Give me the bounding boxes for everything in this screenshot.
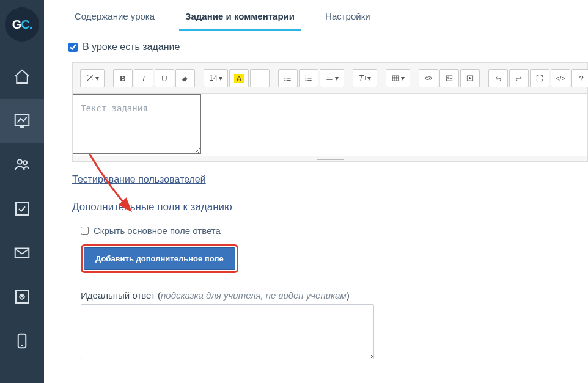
tb-fullscreen[interactable] (530, 69, 549, 87)
sidebar: GC. (0, 0, 44, 383)
tb-undo[interactable] (488, 69, 508, 87)
eraser-icon (181, 74, 189, 82)
svg-rect-3 (16, 203, 28, 215)
phone-icon (13, 332, 31, 350)
redo-icon (515, 74, 523, 82)
tabs: Содержание урока Задание и комментарии Н… (68, 0, 588, 31)
list-ol-icon (304, 74, 313, 82)
image-icon (445, 74, 454, 82)
table-icon (391, 74, 400, 82)
safe-icon (13, 288, 31, 306)
tb-code[interactable]: </> (551, 69, 570, 87)
svg-point-10 (285, 80, 285, 81)
tb-video[interactable] (460, 69, 480, 87)
tb-bold[interactable]: B (113, 69, 133, 87)
tab-content[interactable]: Содержание урока (68, 6, 161, 31)
tb-link[interactable] (419, 69, 438, 87)
nav-home[interactable] (0, 55, 44, 99)
editor-toolbar: ▾ B I U 14▾ A – ▾ (73, 63, 587, 94)
home-icon (13, 68, 31, 86)
tb-textstyle[interactable]: TI▾ (353, 69, 377, 87)
magic-icon (86, 74, 94, 82)
nav-safe[interactable] (0, 275, 44, 319)
logo-dot: . (29, 18, 32, 32)
ideal-answer-input[interactable] (81, 304, 374, 359)
mail-icon (13, 244, 31, 262)
expand-icon (535, 74, 544, 82)
check-square-icon (13, 200, 31, 218)
task-text-input[interactable] (73, 94, 201, 154)
tb-magic[interactable]: ▾ (80, 69, 105, 87)
tb-redo[interactable] (509, 69, 529, 87)
logo[interactable]: GC. (5, 7, 39, 42)
ideal-answer-label: Идеальный ответ (подсказка для учителя, … (81, 290, 588, 301)
tb-highlight[interactable]: A (229, 69, 249, 87)
tb-fontsize[interactable]: 14▾ (204, 69, 228, 87)
svg-point-2 (23, 161, 27, 164)
tb-underline[interactable]: U (155, 69, 174, 87)
tb-align[interactable]: ▾ (320, 69, 344, 87)
tb-clear[interactable]: – (250, 69, 270, 87)
main-content: Содержание урока Задание и комментарии Н… (44, 0, 588, 383)
has-task-checkbox[interactable] (68, 43, 78, 52)
extra-fields-panel: Скрыть основное поле ответа Добавить доп… (81, 225, 588, 361)
nav-users[interactable] (0, 143, 44, 187)
add-extra-highlight: Добавить дополнительное поле (81, 244, 238, 273)
svg-point-9 (285, 78, 285, 78)
tb-italic[interactable]: I (134, 69, 153, 87)
hide-main-row[interactable]: Скрыть основное поле ответа (81, 225, 588, 236)
hide-main-label: Скрыть основное поле ответа (94, 225, 221, 236)
add-extra-field-button[interactable]: Добавить дополнительное поле (84, 247, 235, 270)
nav-mobile[interactable] (0, 319, 44, 363)
editor-resize-grip[interactable] (73, 156, 587, 161)
list-ul-icon (284, 74, 292, 82)
tb-help[interactable]: ? (571, 69, 588, 87)
nav-tasks[interactable] (0, 187, 44, 231)
logo-c: C (21, 18, 29, 32)
nav-analytics[interactable] (0, 99, 44, 143)
editor: ▾ B I U 14▾ A – ▾ (72, 62, 588, 162)
chart-icon (13, 112, 31, 130)
users-icon (13, 156, 31, 174)
tb-list-ul[interactable] (278, 69, 298, 87)
svg-point-1 (18, 159, 23, 164)
align-icon (325, 74, 334, 82)
nav-mail[interactable] (0, 231, 44, 275)
extra-fields-link[interactable]: Дополнительные поля к заданию (72, 201, 232, 213)
hide-main-checkbox[interactable] (81, 227, 89, 235)
video-icon (466, 74, 474, 82)
testing-users-link[interactable]: Тестирование пользователей (72, 174, 206, 184)
svg-rect-11 (392, 76, 398, 81)
has-task-row[interactable]: В уроке есть задание (68, 42, 588, 53)
has-task-label: В уроке есть задание (83, 42, 180, 53)
link-icon (424, 74, 433, 82)
tab-settings[interactable]: Настройки (319, 6, 377, 31)
svg-point-13 (447, 77, 449, 78)
tb-table[interactable]: ▾ (386, 69, 410, 87)
svg-point-8 (285, 76, 285, 76)
svg-rect-4 (15, 249, 29, 258)
tb-list-ol[interactable] (299, 69, 318, 87)
tb-image[interactable] (439, 69, 459, 87)
tab-task[interactable]: Задание и комментарии (179, 6, 301, 31)
tb-eraser[interactable] (175, 69, 195, 87)
logo-g: G (12, 18, 21, 32)
undo-icon (494, 74, 502, 82)
